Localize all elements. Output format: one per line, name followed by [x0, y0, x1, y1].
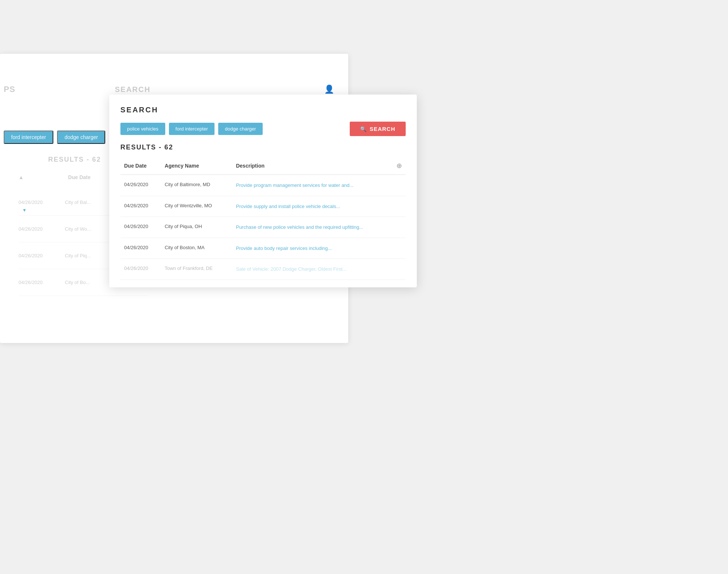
search-heading: SEARCH [120, 106, 406, 114]
bg-tags-row: ford intercepter dodge charger [4, 131, 105, 144]
cell-due-date: 04/26/2020 [120, 196, 161, 217]
col-due-date: Due Date [120, 157, 161, 175]
table-row: 04/26/2020 City of Baltimore, MD Provide… [120, 175, 406, 196]
search-button-icon: 🔍 [360, 126, 367, 132]
cell-due-date: 04/26/2020 [120, 217, 161, 238]
table-row: 04/26/2020 City of Boston, MA Provide au… [120, 238, 406, 259]
cell-due-date: 04/26/2020 [120, 175, 161, 196]
main-search-panel: SEARCH police vehicles ford intercepter … [109, 95, 417, 287]
tag-ford-intercepter[interactable]: ford intercepter [169, 123, 215, 135]
description-link[interactable]: Provide program management services for … [236, 182, 402, 189]
cell-agency: Town of Frankford, DE [161, 259, 232, 280]
col-agency-name: Agency Name [161, 157, 232, 175]
description-link[interactable]: Provide supply and install police vehicl… [236, 203, 402, 210]
results-heading: RESULTS - 62 [120, 144, 406, 151]
search-button-label: SEARCH [370, 126, 395, 132]
col-description: Description ⊕ [232, 157, 406, 174]
cell-agency: City of Boston, MA [161, 238, 232, 259]
cell-description: Sale of Vehicle: 2007 Dodge Charger, Old… [232, 259, 406, 280]
bg-tag-ford[interactable]: ford intercepter [4, 131, 53, 144]
cell-due-date: 04/26/2020 [120, 238, 161, 259]
description-link[interactable]: Provide auto body repair services includ… [236, 245, 402, 252]
description-link[interactable]: Purchase of new police vehicles and the … [236, 224, 402, 231]
tag-dodge-charger[interactable]: dodge charger [218, 123, 263, 135]
bg-search-label: SEARCH [115, 85, 150, 94]
user-icon: 👤 [324, 85, 334, 94]
cell-description: Provide supply and install police vehicl… [232, 196, 406, 217]
cell-description: Provide auto body repair services includ… [232, 238, 406, 259]
search-button[interactable]: 🔍 SEARCH [350, 122, 406, 136]
table-row: 04/26/2020 City of Piqua, OH Purchase of… [120, 217, 406, 238]
cell-description: Purchase of new police vehicles and the … [232, 217, 406, 238]
bg-results-label: RESULTS - 62 [48, 156, 101, 164]
table-row: 04/26/2020 Town of Frankford, DE Sale of… [120, 259, 406, 280]
add-column-icon[interactable]: ⊕ [396, 162, 402, 170]
bg-tag-dodge[interactable]: dodge charger [57, 131, 105, 144]
description-link[interactable]: Sale of Vehicle: 2007 Dodge Charger, Old… [236, 265, 402, 273]
cell-due-date: 04/26/2020 [120, 259, 161, 280]
results-table: Due Date Agency Name Description ⊕ 04/26… [120, 157, 406, 280]
cell-agency: City of Baltimore, MD [161, 175, 232, 196]
search-bar: police vehicles ford intercepter dodge c… [120, 122, 406, 136]
tag-police-vehicles[interactable]: police vehicles [120, 123, 165, 135]
cell-agency: City of Wentzville, MO [161, 196, 232, 217]
table-row: 04/26/2020 City of Wentzville, MO Provid… [120, 196, 406, 217]
cell-agency: City of Piqua, OH [161, 217, 232, 238]
cell-description: Provide program management services for … [232, 175, 406, 196]
ps-label: PS [4, 85, 15, 94]
